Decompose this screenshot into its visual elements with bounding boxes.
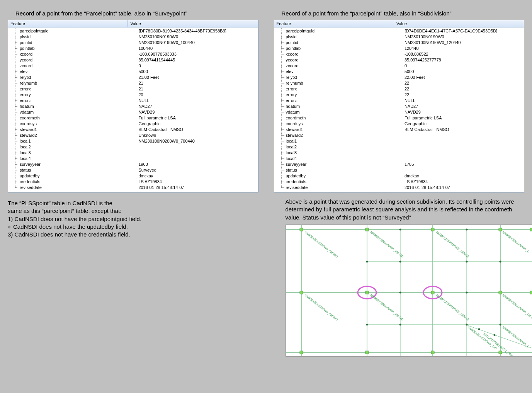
attr-key: hdatum xyxy=(274,104,402,109)
left-table-body: parcelpointguid{DF78D80D-8199-4235-8434-… xyxy=(8,27,258,192)
attr-key: errorz xyxy=(274,98,402,104)
svg-point-36 xyxy=(499,323,501,325)
attr-key: relytxt xyxy=(8,75,136,80)
attr-value: 20 xyxy=(136,92,258,98)
attr-key: local2 xyxy=(274,144,402,150)
table-row: local3 xyxy=(274,150,524,156)
svg-point-26 xyxy=(399,228,401,230)
svg-point-32 xyxy=(399,291,401,293)
table-row: reviseddate2016-01-28 15:48:14-07 xyxy=(274,185,524,191)
attr-value: Geographic xyxy=(136,121,258,127)
table-row: elev5000 xyxy=(274,69,524,75)
attr-value xyxy=(402,144,524,150)
header-value: Value xyxy=(394,20,524,27)
attr-key: plssid xyxy=(8,34,136,40)
attr-value: LS AZ19834 xyxy=(402,179,524,185)
attr-value: 21.00 Feet xyxy=(136,75,258,80)
attr-value: NM230100N0190W0 xyxy=(136,34,258,40)
attr-key: local3 xyxy=(8,150,136,156)
table-row: relynumb22 xyxy=(274,80,524,86)
map-label: NM230100N0190W0_100440 xyxy=(369,293,404,322)
attr-key: parcelpointguid xyxy=(274,28,402,34)
table-row: parcelpointguid{D74D6DE4-4EC1-47CF-A57C-… xyxy=(274,28,524,34)
attr-value: dmckay xyxy=(402,173,524,179)
attr-value: NULL xyxy=(402,98,524,104)
table-row: plssidNM230100N0190W0 xyxy=(8,34,258,40)
attr-value xyxy=(402,138,524,144)
table-row: credentialsLS AZ19834 xyxy=(8,179,258,185)
table-row: plssidNM230100N0190W0 xyxy=(274,34,524,40)
map-label: NM230100N0190W0_100460 xyxy=(369,230,404,259)
svg-rect-24 xyxy=(431,351,434,354)
attr-key: steward2 xyxy=(8,133,136,138)
table-row: parcelpointguid{DF78D80D-8199-4235-8434-… xyxy=(8,28,258,34)
table-row: local1NM230100N0200W0_700440 xyxy=(8,138,258,144)
header-feature: Feature xyxy=(274,20,394,27)
attr-value: NAVD29 xyxy=(402,109,524,115)
attr-value: 0 xyxy=(402,63,524,69)
table-row: relytxt 21.00 Feet xyxy=(8,75,258,80)
table-row: errorzNULL xyxy=(8,98,258,104)
table-row: steward1BLM Cadastral - NMSO xyxy=(274,127,524,133)
notes-line: same as this “parcelpoint” table, except… xyxy=(8,207,258,215)
map-label: NM230100N0190W0_1… xyxy=(501,325,532,350)
map-wrap: NM230100N0200W0_560460 NM230100N0190W0_1… xyxy=(286,225,525,358)
attr-key: xcoord xyxy=(274,51,402,57)
attr-value: 2016-01-28 15:48:14-07 xyxy=(402,185,524,191)
table-row: pointlab120440 xyxy=(274,46,524,51)
attr-key: reviseddate xyxy=(274,185,402,191)
attr-key: local3 xyxy=(274,150,402,156)
attr-value: 1963 xyxy=(136,162,258,167)
map-label: NM230100N0190W0_1… xyxy=(501,230,532,255)
attr-value: NM230100N0190W0_100440 xyxy=(136,40,258,46)
attr-value: BLM Cadastral - NMSO xyxy=(136,127,258,133)
svg-point-27 xyxy=(466,228,467,230)
table-row: local4 xyxy=(8,156,258,162)
table-row: updatedbydmckay xyxy=(274,173,524,179)
svg-rect-12 xyxy=(300,228,303,231)
attr-key: errorx xyxy=(274,86,402,92)
table-row: hdatumNAD27 xyxy=(274,104,524,109)
table-row: hdatumNAD27 xyxy=(8,104,258,109)
list-text: CadNSDI does not have the updatedby fiel… xyxy=(13,223,128,231)
table-row: reviseddate2016-01-28 15:48:14-07 xyxy=(8,185,258,191)
attr-value xyxy=(402,167,524,173)
svg-rect-20 xyxy=(499,291,502,294)
table-header: Feature Value xyxy=(274,20,524,27)
left-caption: Record of a point from the “Parcelpoint”… xyxy=(15,10,258,17)
attr-value: 100440 xyxy=(136,46,258,51)
attr-key: pointid xyxy=(274,40,402,46)
table-row: local1 xyxy=(274,138,524,144)
attr-value xyxy=(402,133,524,138)
attr-key: local4 xyxy=(8,156,136,162)
header-value: Value xyxy=(128,20,258,27)
table-row: ycoord35.0974425277778 xyxy=(274,57,524,63)
table-row: coordsysGeographic xyxy=(8,121,258,127)
table-row: errory22 xyxy=(274,92,524,98)
table-row: updatedbydmckay xyxy=(8,173,258,179)
attr-key: ycoord xyxy=(274,57,402,63)
svg-point-34 xyxy=(399,323,401,325)
map-label: NM230100N0190W0_140440 xyxy=(501,293,532,322)
attr-value: Full parametric LSA xyxy=(136,115,258,121)
attr-value: dmckay xyxy=(136,173,258,179)
attr-key: coordsys xyxy=(274,121,402,127)
svg-rect-13 xyxy=(365,228,369,231)
attr-value xyxy=(136,156,258,162)
attr-key: errorx xyxy=(8,86,136,92)
attr-value xyxy=(402,150,524,156)
attr-key: local4 xyxy=(274,156,402,162)
attr-value: 0 xyxy=(136,63,258,69)
list-item: ⎈ CadNSDI does not have the updatedby fi… xyxy=(8,223,258,231)
table-row: surveyyear1785 xyxy=(274,162,524,167)
attr-key: local1 xyxy=(8,138,136,144)
table-row: coordsysGeographic xyxy=(274,121,524,127)
attr-value: 1785 xyxy=(402,162,524,167)
attr-key: steward1 xyxy=(274,127,402,133)
attr-value: 22 xyxy=(402,92,524,98)
attr-key: elev xyxy=(8,69,136,75)
table-row: xcoord-108.890770583333 xyxy=(8,51,258,57)
svg-point-30 xyxy=(499,260,501,262)
attr-key: ycoord xyxy=(8,57,136,63)
attr-key: steward2 xyxy=(274,133,402,138)
